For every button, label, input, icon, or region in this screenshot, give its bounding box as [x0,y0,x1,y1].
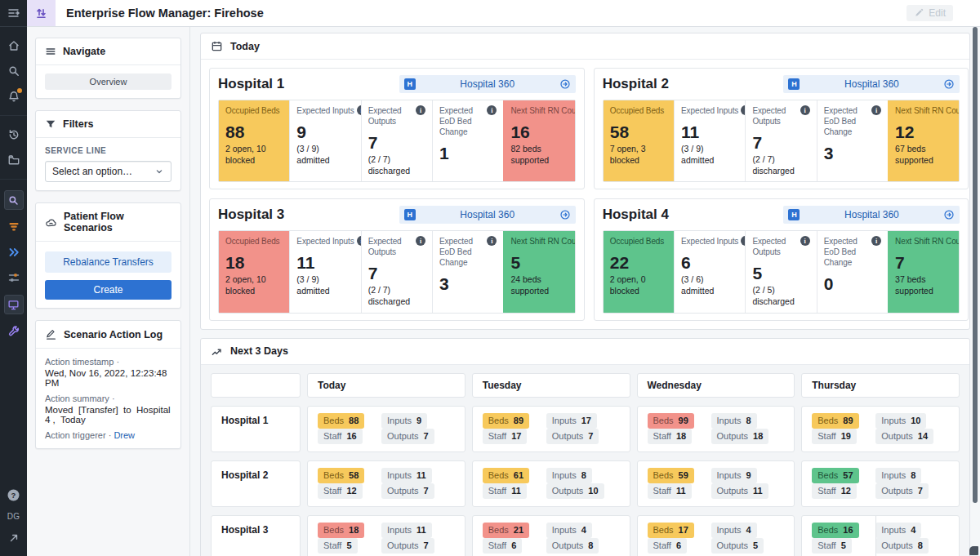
monitor-app-icon[interactable] [4,295,24,314]
beds-badge: Beds61 [483,468,529,483]
staff-badge: Staff19 [812,429,857,444]
beds-badge: Beds58 [318,468,364,483]
info-icon[interactable]: i [871,105,881,115]
inputs-badge: Inputs11 [381,468,432,483]
staff-badge: Staff5 [812,538,852,554]
stat-tile-eod-bed-change: Expected EoD Bed Changei 3 [432,231,503,312]
stat-tiles: Occupied Beds 58 7 open, 3 blocked Expec… [603,100,960,182]
help-glyph: ? [11,491,16,500]
info-icon[interactable]: i [800,236,810,246]
stat-tile-expected-inputs: Expected Inputsi 6 (3 / 6) admitted [674,231,745,312]
circle-arrow-right-icon [943,78,955,90]
edit-button[interactable]: Edit [906,5,953,21]
stat-tile-expected-outputs: Expected Outputsi 7 (2 / 7) discharged [361,231,432,312]
inputs-badge: Inputs10 [875,413,926,429]
stat-sub: (2 / 7) discharged [368,285,425,307]
stat-label: Occupied Beds [610,105,665,116]
info-icon[interactable]: i [800,105,810,115]
stat-value: 11 [296,254,354,271]
forecast-header-day: Tuesday [472,373,630,398]
search-icon[interactable] [6,63,22,79]
stat-value: 6 [681,254,738,271]
hospital-360-button[interactable]: H Hospital 360 [783,75,960,93]
stat-sub: (2 / 5) discharged [752,285,809,307]
help-icon[interactable]: ? [6,487,22,503]
staff-badge: Staff12 [318,483,363,499]
app-logo-tile[interactable] [27,0,56,26]
select-value: Select an option… [52,166,132,177]
stat-tile-rn-count: Next Shift RN Count 16 82 beds supported [503,100,574,181]
create-button[interactable]: Create [45,280,172,300]
info-icon[interactable]: i [416,105,425,115]
rebalance-transfers-button[interactable]: Rebalance Transfers [45,251,172,273]
staff-badge: Staff18 [648,429,693,444]
sliders-app-icon[interactable] [6,269,22,286]
staff-badge: Staff5 [318,538,358,554]
stat-tile-expected-inputs: Expected Inputsi 11 (3 / 9) admitted [674,100,745,181]
stat-label: Occupied Beds [225,105,280,116]
main-content: Today Hospital 1 H Hospital 360 [190,27,980,556]
user-initials[interactable]: DG [7,512,20,521]
home-icon[interactable] [6,38,22,54]
stat-tile-occupied-beds: Occupied Beds 22 2 open, 0 blocked [604,231,674,312]
double-chevron-app-icon[interactable] [6,244,22,260]
stat-value: 5 [510,254,568,271]
stat-value: 7 [368,265,425,282]
object-explorer-icon[interactable] [4,190,24,210]
hospital-360-button[interactable]: H Hospital 360 [399,206,576,224]
stat-tile-eod-bed-change: Expected EoD Bed Changei 0 [817,231,888,312]
inputs-badge: Inputs9 [711,468,757,483]
inputs-badge: Inputs4 [711,523,757,538]
forecast-day-cell: Beds57 Staff12 Inputs8 Outputs7 [801,460,960,507]
stat-tile-rn-count: Next Shift RN Count 12 67 beds supported [888,100,959,181]
page-title: Enterprise Flow Manager: Firehose [66,7,264,20]
service-line-select[interactable]: Select an option… [45,161,172,182]
forecast-header-day: Thursday [801,373,960,398]
notifications-bell-icon[interactable] [6,88,22,105]
staff-badge: Staff17 [483,429,528,444]
stat-tile-rn-count: Next Shift RN Count 5 24 beds supported [503,231,574,312]
filters-card: Filters SERVICE LINE Select an option… [35,110,181,191]
inputs-badge: Inputs4 [875,523,921,538]
outputs-badge: Outputs8 [546,538,599,554]
scrollbar-corner-grip[interactable] [969,546,978,555]
outputs-badge: Outputs7 [381,538,434,554]
forecast-row-name: Hospital 1 [211,406,301,452]
stat-sub: 82 beds supported [510,144,568,166]
inputs-badge: Inputs9 [381,413,427,429]
stat-tile-occupied-beds: Occupied Beds 58 7 open, 3 blocked [604,100,674,181]
wrench-app-icon[interactable] [6,323,22,340]
rail-menu-button[interactable] [0,0,27,27]
staff-badge: Staff6 [483,538,523,554]
history-icon[interactable] [6,127,22,143]
stat-label: Expected Inputs [681,105,738,116]
circle-arrow-right-icon [559,78,571,90]
info-icon[interactable]: i [487,236,497,246]
folder-icon[interactable] [6,152,22,168]
brain-icon [45,216,57,229]
vertical-scrollbar-thumb[interactable] [973,27,978,503]
circle-arrow-right-icon [559,209,571,220]
navigate-menu-icon [45,46,56,57]
export-arrow-icon[interactable] [6,530,22,546]
action-triggerer-link[interactable]: Drew [114,430,135,440]
forecast-day-cell: Beds61 Staff11 Inputs8 Outputs10 [472,460,630,507]
stat-tile-rn-count: Next Shift RN Count 7 37 beds supported [888,231,959,312]
stat-label: Next Shift RN Count [510,105,574,116]
outputs-badge: Outputs7 [381,429,434,444]
hospital-360-button[interactable]: H Hospital 360 [399,75,576,93]
navigate-card: Navigate Overview [35,38,181,99]
beds-badge: Beds88 [318,413,364,429]
notification-dot [17,88,22,93]
info-icon[interactable]: i [487,105,497,115]
stat-value: 12 [895,123,952,140]
info-icon[interactable]: i [871,236,881,246]
overview-button[interactable]: Overview [45,73,172,90]
staff-badge: Staff12 [812,483,857,499]
hospital-360-label: Hospital 360 [416,209,559,220]
info-icon[interactable]: i [416,236,425,246]
stat-tiles: Occupied Beds 22 2 open, 0 blocked Expec… [603,230,960,313]
hospital-name: Hospital 3 [218,207,284,223]
hospital-360-button[interactable]: H Hospital 360 [783,206,960,224]
funnel-app-icon[interactable] [6,219,22,235]
